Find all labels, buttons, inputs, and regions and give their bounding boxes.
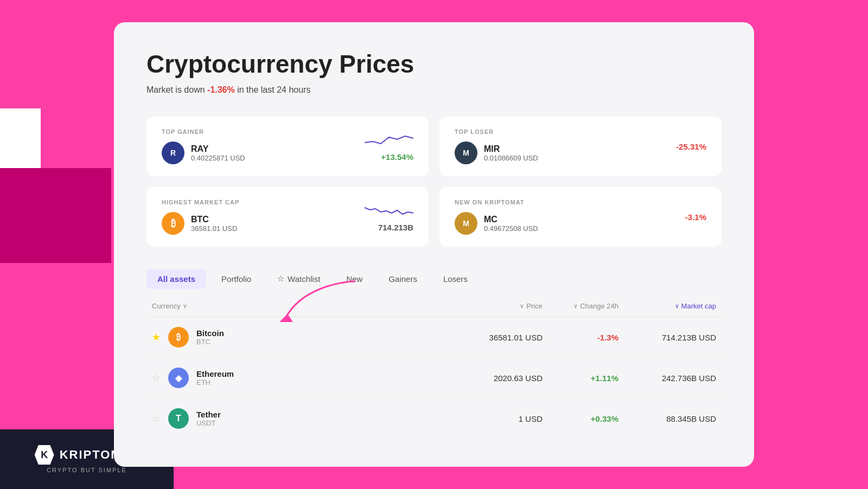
table-header: Currency ∨ ∨ Price ∨ Change 24h ∨ Market… xyxy=(146,302,722,317)
mc-change: -3.1% xyxy=(685,213,706,222)
tabs-row: All assets Portfolio ☆ Watchlist New Gai… xyxy=(146,268,722,289)
deco-white-square xyxy=(0,108,41,168)
tether-name: Tether xyxy=(196,410,221,419)
tether-change: +0.33% xyxy=(542,414,618,423)
market-subtitle: Market is down -1.36% in the last 24 hou… xyxy=(146,85,722,95)
tab-portfolio[interactable]: Portfolio xyxy=(210,269,262,289)
bitcoin-star-button[interactable]: ★ xyxy=(152,331,161,343)
tab-watchlist[interactable]: ☆ Watchlist xyxy=(266,268,331,289)
ray-coin-icon: R xyxy=(162,141,184,164)
th-price[interactable]: ∨ Price xyxy=(445,302,542,310)
ethereum-icon: ◆ xyxy=(168,368,189,388)
market-change-value: -1.36% xyxy=(207,85,235,94)
tether-symbol: USDT xyxy=(196,419,221,427)
currency-sort-icon: ∨ xyxy=(183,303,187,310)
top-gainer-card: TOP GAINER R RAY 0.40225871 USD +13.54% xyxy=(146,117,429,176)
ethereum-price: 2020.63 USD xyxy=(445,374,542,383)
mir-coin-icon: M xyxy=(455,141,477,164)
info-cards: TOP GAINER R RAY 0.40225871 USD +13.54% xyxy=(146,117,722,247)
tab-all-assets[interactable]: All assets xyxy=(146,269,206,289)
ray-coin-name: RAY xyxy=(191,144,245,154)
mc-coin-name: MC xyxy=(484,215,538,224)
main-card: Cryptocurrency Prices Market is down -1.… xyxy=(114,22,754,467)
mc-coin-price: 0.49672508 USD xyxy=(484,224,538,233)
top-loser-label: TOP LOSER xyxy=(455,128,538,135)
ray-change: +13.54% xyxy=(381,152,413,162)
bitcoin-name: Bitcoin xyxy=(196,329,224,338)
tether-icon: T xyxy=(168,408,189,429)
bitcoin-icon: ₿ xyxy=(168,327,189,348)
bitcoin-symbol: BTC xyxy=(196,338,224,346)
ray-sparkline xyxy=(365,132,413,148)
top-gainer-label: TOP GAINER xyxy=(162,128,245,135)
new-on-kriptomat-label: NEW ON KRIPTOMAT xyxy=(455,199,538,205)
btc-sparkline xyxy=(365,202,413,218)
tether-price: 1 USD xyxy=(445,414,542,423)
tether-marketcap: 88.345B USD xyxy=(618,414,716,423)
bitcoin-change: -1.3% xyxy=(542,333,618,342)
tab-new[interactable]: New xyxy=(335,269,373,289)
ethereum-change: +1.11% xyxy=(542,374,618,383)
btc-card-price: 36581.01 USD xyxy=(191,224,237,233)
th-marketcap[interactable]: ∨ Market cap xyxy=(618,302,716,310)
table-row-bitcoin: ★ ₿ Bitcoin BTC 36581.01 USD -1.3% 714.2… xyxy=(146,317,722,358)
th-change24h[interactable]: ∨ Change 24h xyxy=(542,302,618,310)
logo-tagline: CRYPTO BUT SIMPLE xyxy=(47,467,127,473)
tab-gainers[interactable]: Gainers xyxy=(378,269,428,289)
tab-losers[interactable]: Losers xyxy=(432,269,478,289)
ethereum-symbol: ETH xyxy=(196,378,234,387)
tether-star-button[interactable]: ☆ xyxy=(152,413,161,424)
mir-coin-name: MIR xyxy=(484,144,538,154)
bitcoin-marketcap: 714.213B USD xyxy=(618,333,716,342)
change-sort-icon: ∨ xyxy=(573,303,578,310)
page-title: Cryptocurrency Prices xyxy=(146,49,722,79)
btc-card-name: BTC xyxy=(191,215,237,224)
btc-coin-icon-card: ₿ xyxy=(162,212,184,235)
outer-wrapper: K KRIPTOMAT CRYPTO BUT SIMPLE Cryptocurr… xyxy=(0,0,868,489)
mc-coin-icon: M xyxy=(455,212,477,235)
top-loser-card: TOP LOSER M MIR 0.01086609 USD -25.31% xyxy=(439,117,722,176)
mir-coin-price: 0.01086609 USD xyxy=(484,154,538,162)
highest-market-cap-card: HIGHEST MARKET CAP ₿ BTC 36581.01 USD 71… xyxy=(146,187,429,247)
ethereum-name: Ethereum xyxy=(196,369,234,378)
new-on-kriptomat-card: NEW ON KRIPTOMAT M MC 0.49672508 USD -3.… xyxy=(439,187,722,247)
deco-pink-block xyxy=(0,168,111,263)
marketcap-sort-icon: ∨ xyxy=(675,303,679,310)
highest-market-cap-label: HIGHEST MARKET CAP xyxy=(162,199,239,205)
table-row-tether: ☆ T Tether USDT 1 USD +0.33% 88.345B USD xyxy=(146,398,722,439)
ray-coin-price: 0.40225871 USD xyxy=(191,154,245,162)
mir-change: -25.31% xyxy=(676,142,706,151)
ethereum-star-button[interactable]: ☆ xyxy=(152,372,161,384)
th-currency[interactable]: Currency ∨ xyxy=(152,302,445,310)
bitcoin-price: 36581.01 USD xyxy=(445,333,542,342)
ethereum-marketcap: 242.736B USD xyxy=(618,374,716,383)
star-icon: ☆ xyxy=(277,274,284,284)
btc-card-value: 714.213B xyxy=(378,223,413,232)
kriptomat-logo-icon: K xyxy=(35,445,54,465)
crypto-table: Currency ∨ ∨ Price ∨ Change 24h ∨ Market… xyxy=(146,302,722,439)
price-sort-icon: ∨ xyxy=(520,303,524,310)
table-row-ethereum: ☆ ◆ Ethereum ETH 2020.63 USD +1.11% 242.… xyxy=(146,358,722,398)
